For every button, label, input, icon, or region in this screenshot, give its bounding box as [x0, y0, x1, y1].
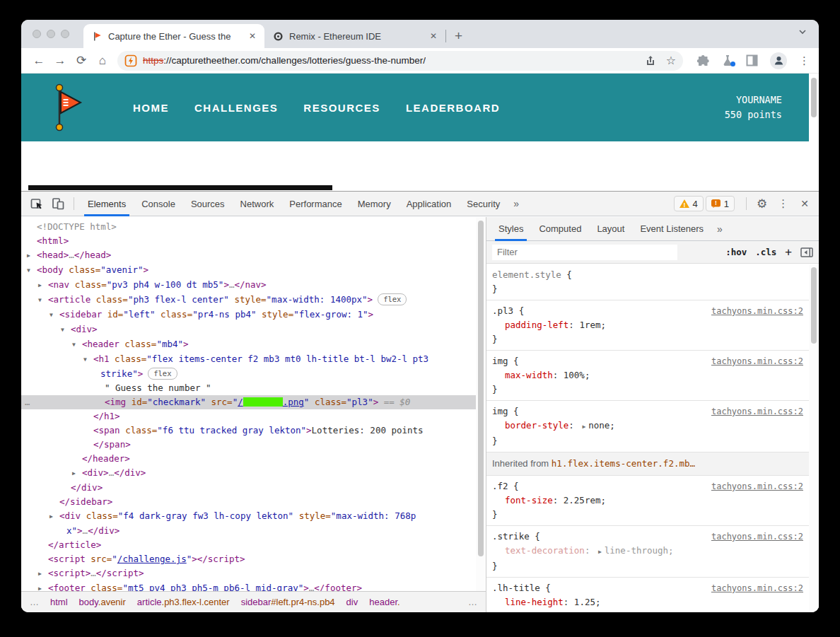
devtools-tab-application[interactable]: Application: [399, 192, 460, 216]
expand-arrow-icon[interactable]: ▼: [38, 293, 48, 308]
expand-arrow-icon[interactable]: ▶: [38, 567, 48, 581]
dom-tree-line[interactable]: ▶<nav class="pv3 ph4 w-100 dt mb5">…</na…: [21, 278, 476, 293]
breadcrumb-item[interactable]: article.ph3.flex-l.center: [137, 597, 230, 607]
dom-tree-line[interactable]: </header>: [21, 452, 476, 466]
browser-tab-capture-the-ether[interactable]: Capture the Ether - Guess the ✕: [83, 24, 264, 48]
css-declaration[interactable]: border-style: ▶none;: [492, 419, 803, 434]
expand-arrow-icon[interactable]: ▶: [49, 510, 59, 524]
css-declaration[interactable]: max-width: 100%;: [492, 368, 803, 382]
breadcrumb-item[interactable]: html: [50, 597, 68, 607]
browser-tab-remix[interactable]: Remix - Ethereum IDE ✕: [264, 24, 445, 48]
stylesheet-link[interactable]: tachyons.min.css:2: [711, 581, 803, 595]
home-button[interactable]: ⌂: [92, 54, 113, 68]
styles-scrollbar[interactable]: [809, 264, 819, 612]
close-tab-icon[interactable]: ✕: [428, 31, 438, 41]
expand-arrow-icon[interactable]: ▶: [598, 549, 602, 555]
capture-the-ether-flag-logo[interactable]: [51, 83, 83, 132]
dom-tree-line[interactable]: </div>: [21, 481, 476, 495]
nav-item-resources[interactable]: RESOURCES: [303, 102, 380, 114]
flask-extension-icon[interactable]: [721, 54, 734, 67]
reload-button[interactable]: ⟳: [71, 53, 92, 68]
dom-tree-line[interactable]: strike">flex: [21, 367, 476, 381]
zoom-window-button[interactable]: [61, 30, 69, 38]
dom-tree-line[interactable]: …<img id="checkmark" src="/.png" class="…: [21, 395, 476, 409]
devtools-tab-security[interactable]: Security: [459, 192, 508, 216]
flex-badge[interactable]: flex: [378, 293, 407, 305]
dom-tree-line[interactable]: </article>: [21, 538, 476, 552]
insecure-lightning-icon[interactable]: [124, 54, 137, 67]
dom-tree-line[interactable]: ▼<div>: [21, 322, 476, 337]
new-tab-button[interactable]: +: [455, 28, 462, 44]
minimize-window-button[interactable]: [47, 30, 55, 38]
dom-tree-line[interactable]: ▼<article class="ph3 flex-l center" styl…: [21, 293, 476, 308]
devtools-menu-dots-icon[interactable]: ⋮: [773, 197, 793, 210]
expand-arrow-icon[interactable]: ▶: [38, 582, 48, 591]
dom-tree-line[interactable]: <html>: [21, 234, 476, 248]
dom-tree-line[interactable]: ▶<head>…</head>: [21, 248, 476, 263]
expand-arrow-icon[interactable]: ▼: [27, 264, 37, 278]
devtools-tab-elements[interactable]: Elements: [80, 192, 134, 216]
warnings-badge[interactable]: ! 4: [674, 196, 704, 211]
side-panel-icon[interactable]: [746, 54, 758, 66]
styles-tab-layout[interactable]: Layout: [589, 217, 632, 241]
css-selector[interactable]: element.style: [492, 269, 561, 280]
dom-tree-line[interactable]: </span>: [21, 438, 476, 452]
close-devtools-icon[interactable]: ✕: [795, 198, 813, 209]
css-selector[interactable]: .strike: [492, 531, 530, 542]
nav-item-leaderboard[interactable]: LEADERBOARD: [406, 102, 500, 114]
inherited-from-selector[interactable]: h1.flex.items-center.f2.mb…: [552, 458, 695, 469]
dom-tree-line[interactable]: ▼<body class="avenir">: [21, 263, 476, 278]
profile-avatar[interactable]: [770, 52, 787, 69]
forward-button[interactable]: →: [49, 54, 71, 68]
breadcrumb-item[interactable]: sidebar#left.pr4-ns.pb4: [241, 597, 335, 607]
expand-arrow-icon[interactable]: ▶: [72, 467, 82, 481]
styles-tab-styles[interactable]: Styles: [491, 217, 531, 241]
css-selector[interactable]: .pl3: [492, 305, 513, 316]
close-tab-icon[interactable]: ✕: [247, 31, 257, 41]
settings-gear-icon[interactable]: ⚙: [752, 197, 771, 211]
dom-tree-line[interactable]: " Guess the number ": [21, 381, 476, 395]
styles-scrollbar-thumb[interactable]: [811, 267, 817, 344]
dom-tree-line[interactable]: ▶<footer class="mt5 pv4 ph3 ph5-m pb6-l …: [21, 581, 476, 591]
stylesheet-link[interactable]: tachyons.min.css:2: [711, 530, 803, 544]
dom-tree-line[interactable]: <!DOCTYPE html>: [21, 220, 476, 234]
dom-tree-line[interactable]: ▶<script>…</script>: [21, 566, 476, 581]
nav-item-challenges[interactable]: CHALLENGES: [194, 102, 278, 114]
more-tabs-button[interactable]: »: [508, 198, 525, 209]
styles-more-tabs-button[interactable]: »: [711, 223, 728, 235]
breadcrumb-item[interactable]: header.: [369, 597, 399, 607]
dom-tree-line[interactable]: <span class="f6 ttu tracked gray lekton"…: [21, 423, 476, 438]
expand-arrow-icon[interactable]: ▶: [582, 423, 585, 430]
dom-tree-line[interactable]: ▶<div class="f4 dark-gray fw3 lh-copy le…: [21, 509, 476, 524]
tab-search-chevron-icon[interactable]: [798, 27, 807, 40]
devtools-tab-network[interactable]: Network: [233, 192, 282, 216]
nav-item-home[interactable]: HOME: [133, 102, 169, 114]
expand-arrow-icon[interactable]: ▼: [72, 338, 82, 352]
expand-arrow-icon[interactable]: ▶: [38, 279, 48, 293]
issues-badge[interactable]: ! 1: [706, 196, 735, 211]
styles-tab-event-listeners[interactable]: Event Listeners: [632, 217, 711, 241]
styles-filter-input[interactable]: [492, 245, 677, 260]
css-selector[interactable]: .f2: [492, 481, 508, 491]
css-declaration[interactable]: text-decoration: ▶line-through;: [492, 544, 803, 559]
css-declaration[interactable]: font-size: 2.25rem;: [492, 493, 803, 508]
stylesheet-link[interactable]: tachyons.min.css:2: [711, 479, 803, 493]
share-icon[interactable]: [645, 55, 656, 66]
css-selector[interactable]: .lh-title: [492, 583, 540, 593]
expand-arrow-icon[interactable]: ▼: [61, 323, 71, 337]
page-scrollbar-thumb[interactable]: [811, 78, 817, 117]
breadcrumb-overflow-right[interactable]: …: [468, 597, 477, 607]
dom-tree-line[interactable]: </h1>: [21, 409, 476, 423]
dom-tree-line[interactable]: <script src="/challenge.js"></script>: [21, 552, 476, 566]
breadcrumb-overflow-left[interactable]: …: [30, 597, 39, 607]
elements-scrollbar-thumb[interactable]: [478, 221, 484, 556]
dom-tree-line[interactable]: x">…</div>: [21, 524, 476, 538]
css-declaration[interactable]: padding-left: 1rem;: [492, 318, 803, 332]
stylesheet-link[interactable]: tachyons.min.css:2: [711, 404, 803, 419]
dom-tree-line[interactable]: ▼<sidebar id="left" class="pr4-ns pb4" s…: [21, 308, 476, 322]
css-selector[interactable]: img: [492, 356, 508, 366]
inspect-element-icon[interactable]: [30, 197, 44, 211]
devtools-tab-console[interactable]: Console: [134, 192, 183, 216]
address-bar[interactable]: https://capturetheether.com/challenges/l…: [117, 51, 683, 71]
devtools-tab-performance[interactable]: Performance: [281, 192, 349, 216]
